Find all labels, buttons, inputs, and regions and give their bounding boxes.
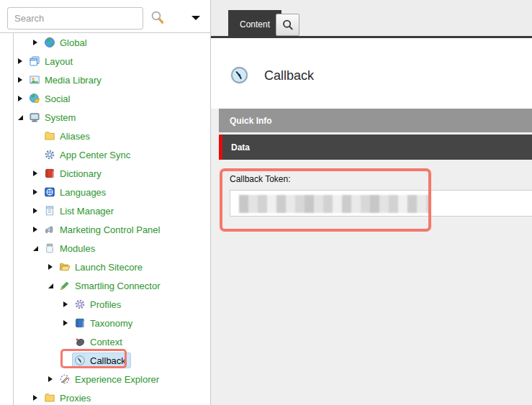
pencil-green-icon [59,280,71,291]
tree-item-dictionary[interactable]: Dictionary [14,164,209,183]
tree-item-launch-sitecore[interactable]: Launch Sitecore [14,258,209,276]
tree-node-body[interactable]: Layout [27,54,77,68]
tree-node-body[interactable]: Smartling Connector [58,278,165,293]
clock-icon [74,355,86,366]
tree-item-experience-explorer[interactable]: Experience Explorer [14,370,209,388]
tree-node-body[interactable]: Taxonomy [73,316,137,330]
expand-arrow-icon[interactable] [33,205,42,217]
tree-node-body[interactable]: Dictionary [42,166,106,181]
tree-node-body[interactable]: Launch Sitecore [58,260,147,274]
expand-arrow-icon[interactable] [33,224,42,235]
media-library-icon [29,74,40,86]
expand-arrow-icon[interactable] [18,74,27,86]
folder-icon [44,130,55,142]
tree-item-social[interactable]: Social [14,89,209,108]
redacted-token-value [239,195,430,213]
tree-item-aliases[interactable]: Aliases [14,127,209,145]
search-tab-button[interactable] [276,14,299,36]
tree-item-label: Layout [45,56,73,67]
folder-open-icon [59,261,71,273]
tree-item-layout[interactable]: Layout [14,52,209,70]
tree-item-smartling-connector[interactable]: Smartling Connector [14,276,209,295]
tree-item-label: Launch Sitecore [75,262,143,273]
tree-item-label: Marketing Control Panel [60,224,160,235]
tree-item-global[interactable]: Global [14,33,209,52]
book-blue-icon [74,317,86,329]
tree-node-body[interactable]: Profiles [73,297,125,311]
chevron-down-icon[interactable] [191,16,200,20]
tree-node-body[interactable]: Aliases [42,129,94,143]
tree-node-body[interactable]: Social [27,91,74,106]
gear-blue-icon [44,149,55,160]
tab-content[interactable]: Content [228,10,281,38]
item-header: Callback [211,38,532,109]
expand-arrow-icon[interactable] [48,373,58,385]
tree-item-proxies[interactable]: Proxies [14,388,209,405]
callback-token-field[interactable] [230,190,532,217]
tree-node-body[interactable]: List Manager [42,204,118,218]
callback-token-label: Callback Token: [230,174,291,184]
tree-item-context[interactable]: Context [14,332,209,351]
search-icon[interactable] [150,9,166,25]
item-title: Callback [264,68,314,83]
tree-item-label: Context [90,337,122,347]
content-tree: GlobalLayoutMedia LibrarySocialSystemAli… [14,33,209,405]
expand-arrow-icon[interactable] [33,37,42,48]
tree-item-label: Taxonomy [90,318,132,329]
clock-icon [230,65,249,85]
tree-node-body[interactable]: Context [73,335,127,349]
expand-arrow-icon[interactable] [63,299,73,310]
tree-item-label: Global [60,37,87,48]
tree-node-body[interactable]: Proxies [42,391,95,405]
tree-item-label: List Manager [60,206,114,217]
megaphone-icon [44,224,55,235]
gear-purple-icon [74,299,86,310]
section-quick-info[interactable]: Quick Info [219,109,532,132]
arrow-spacer [33,130,42,142]
expand-arrow-icon[interactable] [63,317,73,329]
tree-node-body[interactable]: System [27,110,80,124]
list-manager-icon [44,205,55,217]
tree-node-body[interactable]: Global [42,35,91,50]
tree-node-body[interactable]: Marketing Control Panel [42,222,164,237]
tree-node-body[interactable]: Languages [42,185,110,199]
section-label: Quick Info [219,116,272,126]
tree-item-label: Proxies [60,393,91,404]
tree-sidebar: GlobalLayoutMedia LibrarySocialSystemAli… [0,0,210,405]
expand-arrow-icon[interactable] [33,168,42,179]
expand-arrow-icon[interactable] [18,55,27,67]
tree-node-body[interactable]: App Center Sync [42,147,135,162]
tree-item-modules[interactable]: Modules [14,239,209,258]
tree-item-app-center-sync[interactable]: App Center Sync [14,145,209,164]
search-input[interactable] [7,7,143,29]
languages-icon [44,186,55,198]
tree-node-body[interactable]: Experience Explorer [58,372,163,386]
expand-arrow-icon[interactable] [33,242,42,254]
expand-arrow-icon[interactable] [33,186,42,198]
expand-arrow-icon[interactable] [48,280,58,291]
tree-item-languages[interactable]: Languages [14,183,209,201]
expand-arrow-icon[interactable] [18,112,27,123]
tree-item-list-manager[interactable]: List Manager [14,201,209,220]
tree-node-body[interactable]: Media Library [27,73,106,87]
arrow-spacer [63,355,73,366]
tree-node-body[interactable]: Callback [73,353,130,368]
search-icon [281,19,294,32]
expand-arrow-icon[interactable] [48,261,58,273]
tree-item-media-library[interactable]: Media Library [14,70,209,89]
tree-item-taxonomy[interactable]: Taxonomy [14,314,209,332]
book-red-icon [44,168,55,179]
content-editor-window: GlobalLayoutMedia LibrarySocialSystemAli… [0,0,532,405]
arrow-spacer [33,149,42,160]
tree-item-profiles[interactable]: Profiles [14,295,209,314]
tree-item-label: Media Library [45,75,102,86]
tree-item-marketing-control-panel[interactable]: Marketing Control Panel [14,220,209,239]
section-label: Data [219,142,250,153]
expand-arrow-icon[interactable] [33,392,42,404]
tree-item-callback[interactable]: Callback [14,351,209,370]
tree-node-body[interactable]: Modules [42,241,99,255]
section-data[interactable]: Data [219,135,532,160]
expand-arrow-icon[interactable] [18,93,27,104]
social-globe-icon [29,93,40,104]
tree-item-system[interactable]: System [14,108,209,127]
